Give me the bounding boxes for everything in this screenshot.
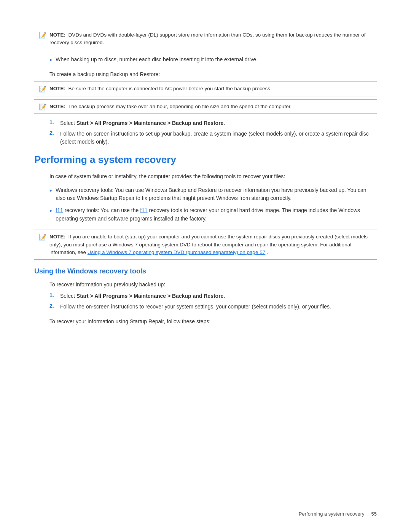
note-icon-3: 📝 (39, 103, 46, 110)
f11-link-1[interactable]: f11 (56, 207, 63, 213)
startup-repair-para: To recover your information using Startu… (34, 318, 377, 326)
note-icon-4: 📝 (39, 233, 46, 241)
note-dvds: 📝 NOTE: DVDs and DVDs with double-layer … (34, 28, 377, 50)
footer-page-num: 55 (371, 511, 377, 517)
bullet-dot-2: • (49, 186, 52, 196)
f11-link-2[interactable]: f11 (140, 207, 147, 213)
ordered-recovery-1: 1. Select Start > All Programs > Mainten… (34, 292, 377, 300)
subsection-intro: To recover information you previously ba… (34, 281, 377, 289)
ordered-backup-2: 2. Follow the on-screen instructions to … (34, 130, 377, 146)
note-icon-2: 📝 (39, 85, 46, 93)
bullet-disc: • When backing up to discs, number each … (34, 56, 377, 65)
bullet-f11-text: f11 recovery tools: You can use the f11 … (56, 206, 377, 223)
note-acpower-text: NOTE: Be sure that the computer is conne… (49, 85, 272, 93)
bullet-windows-recovery: • Windows recovery tools: You can use Wi… (34, 186, 377, 203)
win7-dvd-link[interactable]: Using a Windows 7 operating system DVD (… (88, 249, 266, 255)
top-border (34, 23, 377, 23)
page: 📝 NOTE: DVDs and DVDs with double-layer … (0, 0, 411, 532)
note-backuptime-text: NOTE: The backup process may take over a… (49, 103, 292, 110)
para-create-backup: To create a backup using Backup and Rest… (34, 70, 377, 79)
footer-text: Performing a system recovery (299, 511, 365, 517)
note-dvds-text: NOTE: DVDs and DVDs with double-layer (D… (49, 31, 372, 47)
bullet-f11: • f11 recovery tools: You can use the f1… (34, 206, 377, 223)
note-unable-boot-text: NOTE: If you are unable to boot (start u… (49, 233, 372, 256)
bullet-windows-recovery-text: Windows recovery tools: You can use Wind… (56, 186, 377, 203)
footer: Performing a system recovery 55 (299, 511, 377, 517)
ordered-recovery-2-text: Follow the on-screen instructions to rec… (60, 303, 331, 311)
subsection-heading: Using the Windows recovery tools (34, 267, 377, 275)
section-heading: Performing a system recovery (34, 154, 377, 166)
ordered-backup-1: 1. Select Start > All Programs > Mainten… (34, 119, 377, 128)
ordered-recovery-2: 2. Follow the on-screen instructions to … (34, 303, 377, 311)
ordered-backup-2-text: Follow the on-screen instructions to set… (60, 130, 377, 146)
note-unable-boot: 📝 NOTE: If you are unable to boot (start… (34, 230, 377, 260)
note-icon-1: 📝 (39, 32, 46, 39)
note-acpower: 📝 NOTE: Be sure that the computer is con… (34, 81, 377, 96)
bullet-disc-text: When backing up to discs, number each di… (56, 56, 258, 64)
bullet-dot-3: • (49, 206, 52, 216)
bullet-dot-1: • (49, 56, 52, 65)
note-backuptime: 📝 NOTE: The backup process may take over… (34, 99, 377, 114)
section-intro: In case of system failure or instability… (34, 173, 377, 181)
